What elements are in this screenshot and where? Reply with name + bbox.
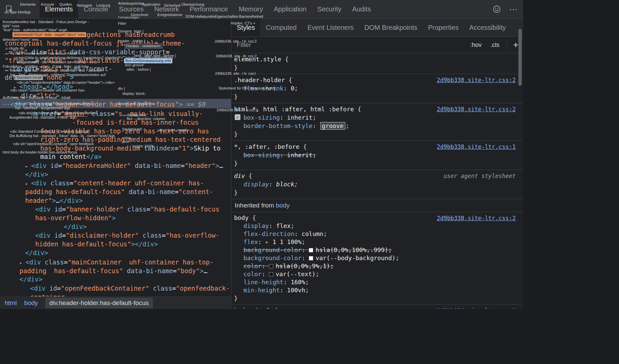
dom-tree-node[interactable]: focus-visible has-top-zero has-text-zero… — [40, 127, 209, 135]
dom-tree-node[interactable]: <div id="banner-holder" class="has-defau… — [35, 205, 219, 214]
dom-tree-node[interactable]: … dir="ltr"> — [13, 91, 59, 100]
property-enabled-checkbox[interactable]: ✓ — [235, 114, 240, 120]
css-property[interactable]: line-height: 160%; — [234, 278, 520, 286]
style-rule: body, html {2d9bb338.site-ltr.css:2} — [231, 305, 523, 309]
toggle-pseudo-state-button[interactable]: :hov — [470, 42, 482, 49]
dom-tree-node[interactable]: has-overflow-hidden"> — [35, 214, 116, 222]
dom-tree-node[interactable]: -focused is-fixed has-inner-focus — [72, 118, 199, 127]
css-property[interactable]: display: flex; — [234, 222, 520, 230]
dom-tree-node[interactable]: </div> — [19, 275, 43, 284]
toggle-element-classes-button[interactable]: .cls — [490, 42, 499, 49]
css-property[interactable]: box-sizing: inherit; — [234, 151, 520, 159]
tab-elements[interactable]: Elements — [40, 0, 78, 18]
dom-tree-node[interactable]: ▸ <div class="mainContainer uhf-containe… — [19, 258, 214, 267]
dom-tree-node[interactable]: padding has-default-focus" data-bi-name=… — [19, 266, 208, 275]
sidebar-tab-properties[interactable]: Properties — [423, 19, 464, 37]
dom-tree-node[interactable]: </div> — [25, 248, 48, 257]
rule-selector[interactable]: body {2d9bb338.site-ltr.css:2 — [234, 214, 520, 222]
sidebar-tab-accessibility[interactable]: Accessibility — [464, 19, 511, 37]
main-menu-icon[interactable]: ⋯ — [508, 4, 518, 14]
dom-tree-node[interactable]: ▸ <head>…</head> — [13, 82, 73, 92]
color-swatch[interactable] — [309, 256, 313, 260]
css-property[interactable]: border-bottom-style: groove; — [234, 122, 520, 130]
stylesheet-source-link[interactable]: 2d9bb338.site-ltr.css:2 — [437, 76, 516, 84]
sidebar-tab-strip: StylesComputedEvent ListenersDOM Breakpo… — [231, 19, 523, 37]
breadcrumb-html[interactable]: html — [5, 299, 17, 307]
dom-tree-node[interactable]: padding has-default-focus" data-bi-name=… — [25, 187, 213, 196]
inspect-element-icon — [5, 4, 14, 14]
stylesheet-source-link[interactable]: 2d9bb338.site-ltr.css:2 — [437, 105, 516, 114]
tab-memory[interactable]: Memory — [233, 0, 268, 18]
rule-selector[interactable]: html *, html :after, html :before {2d9bb… — [234, 105, 520, 113]
dom-tree-node[interactable]: <div class="header-holder has-default-fo… — [10, 100, 206, 109]
style-rule: element.style {} — [231, 53, 523, 74]
css-property[interactable]: min-height: 100vh; — [234, 286, 520, 294]
css-property[interactable]: background-color: hsla(0,0%,100%,.999); — [234, 246, 520, 254]
css-property[interactable]: flex-direction: column; — [234, 230, 520, 238]
dom-tree-node[interactable]: has-body-background-medium tabindex="1">… — [40, 144, 221, 153]
tab-console[interactable]: Console — [78, 0, 113, 18]
breadcrumb-div-header-holder-has-default-focus[interactable]: div.header-holder.has-default-focus — [45, 298, 153, 308]
devtools-window: hasSidebar hasPageActions hasBreadcrumbc… — [0, 0, 523, 309]
inherited-from-header: Inherited from body — [231, 199, 523, 212]
stylesheet-source-link[interactable]: 2d9bb338.site-ltr.css:2 — [437, 307, 516, 309]
expand-arrow-icon[interactable]: ▸ — [265, 238, 273, 245]
sidebar-tab-dom-breakpoints[interactable]: DOM Breakpoints — [359, 19, 423, 37]
color-swatch[interactable] — [309, 248, 313, 252]
css-property[interactable]: color: var(--text); — [234, 270, 520, 278]
tab-sources[interactable]: Sources — [114, 0, 149, 18]
dom-tree-node[interactable]: </div> — [25, 170, 48, 179]
css-property[interactable]: display: block; — [234, 180, 520, 188]
inherited-node-link[interactable]: body — [276, 202, 290, 209]
devtools-main-toolbar: ElementsConsoleSourcesNetworkPerformance… — [0, 0, 523, 19]
breadcrumb-body[interactable]: body — [24, 299, 38, 307]
dom-tree-node[interactable]: conceptual has-default-focus js…-visible… — [5, 39, 185, 48]
new-style-rule-button[interactable]: + ▾ — [507, 41, 518, 50]
tab-audits[interactable]: Audits — [347, 0, 376, 18]
css-property[interactable]: color: hsla(0,0%,9%,1); — [234, 262, 520, 270]
rule-selector[interactable]: body, html {2d9bb338.site-ltr.css:2 — [234, 306, 520, 309]
dom-tree-node[interactable]: right-zero has-padding-medium has-text-c… — [40, 135, 221, 144]
dom-tree-node[interactable]: detection="none" > — [5, 73, 74, 82]
dom-tree-node[interactable]: …="us" dir="ltr" data-css-variable-suppo… — [5, 48, 170, 56]
dom-tree-node[interactable]: <a href="#main" class="s… main-link visu… — [30, 109, 203, 118]
rule-selector[interactable]: div {user agent stylesheet — [234, 172, 520, 180]
style-rule: html *, html :after, html :before {2d9bb… — [231, 103, 523, 141]
styles-scrollbar-thumb[interactable] — [518, 29, 522, 86]
feedback-smiley-icon[interactable] — [492, 4, 502, 14]
dom-tree-node[interactable]: header">…</div> — [25, 196, 83, 205]
color-swatch[interactable] — [269, 264, 273, 268]
css-property[interactable]: flex: ▸ 1 1 100%; — [234, 238, 520, 246]
inspect-element-button[interactable] — [0, 0, 19, 18]
dom-tree-node[interactable]: …-target="docs" x-ms-format- — [5, 64, 112, 73]
color-swatch[interactable] — [269, 272, 273, 277]
tab-application[interactable]: Application — [268, 0, 312, 18]
sidebar-tab-styles[interactable]: Styles — [231, 19, 260, 37]
dom-tree-node[interactable]: "true" …="false" …-auth-status- — [5, 56, 124, 65]
rule-selector[interactable]: element.style { — [234, 55, 520, 63]
css-property[interactable]: flex-shrink: 0; — [234, 84, 520, 93]
stylesheet-source-link[interactable]: 2d9bb338.site-ltr.css:2 — [437, 214, 516, 222]
sidebar-tab-event-listeners[interactable]: Event Listeners — [302, 19, 359, 37]
style-rule: *, :after, :before {2d9bb338.site-ltr.cs… — [231, 141, 523, 170]
dom-tree-node[interactable]: </div> — [64, 222, 87, 231]
dom-tree-node[interactable]: ▸ <div class="content-header uhf-contain… — [25, 179, 204, 188]
dom-tree-node[interactable]: <div id="openFeedbackContainer" class="o… — [30, 284, 230, 293]
dom-tree-node[interactable]: hasSidebar hasPageActions hasBreadcrumb — [25, 30, 175, 39]
dom-tree-node[interactable]: hidden has-default-focus"></div> — [35, 240, 158, 248]
dom-tree-node[interactable]: main content</a> — [40, 152, 102, 161]
rule-selector[interactable]: .header-holder {2d9bb338.site-ltr.css:2 — [234, 76, 520, 84]
style-rule: body {2d9bb338.site-ltr.css:2display: fl… — [231, 212, 523, 305]
sidebar-tab-computed[interactable]: Computed — [260, 19, 302, 37]
tab-network[interactable]: Network — [149, 0, 184, 18]
dom-tree-node[interactable]: <div id="disclaimer-holder" class="has-o… — [35, 231, 219, 240]
stylesheet-source-link[interactable]: 2d9bb338.site-ltr.css:1 — [437, 143, 516, 151]
dom-tree-node[interactable]: ▸ <div id="headerAreaHolder" data-bi-nam… — [25, 161, 223, 171]
styles-filter-input[interactable] — [236, 41, 461, 49]
css-property[interactable]: background-color: var(--body-background)… — [234, 254, 520, 262]
css-property[interactable]: ✓box-sizing: inherit; — [234, 113, 520, 122]
tab-security[interactable]: Security — [312, 0, 347, 18]
rule-selector[interactable]: *, :after, :before {2d9bb338.site-ltr.cs… — [234, 142, 520, 151]
style-rule: div {user agent stylesheetdisplay: block… — [231, 170, 523, 199]
tab-performance[interactable]: Performance — [184, 0, 234, 18]
